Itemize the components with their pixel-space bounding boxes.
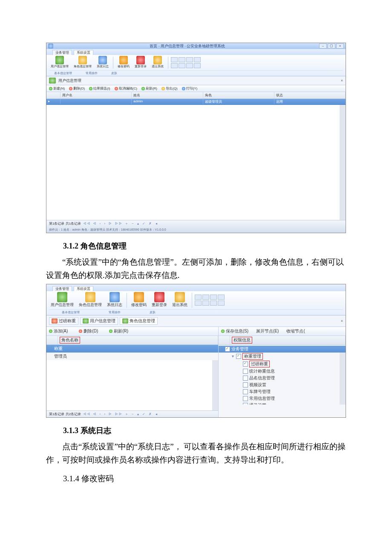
refresh-button[interactable]: 刷新(R) [109, 328, 128, 334]
tree-node-root[interactable]: ▾✓业务管理 [219, 346, 346, 353]
skin-gallery[interactable] [171, 57, 202, 68]
skin-gallery[interactable] [195, 295, 225, 306]
scrollbar[interactable] [340, 105, 346, 220]
pager-text: 第1条记录 共2条记录 [49, 412, 81, 416]
checkbox[interactable] [243, 389, 248, 394]
tree-node[interactable]: 车牌号管理 [220, 388, 344, 395]
save-button[interactable]: 保存信息(S) [221, 328, 248, 334]
checkbox[interactable] [243, 382, 248, 387]
checkbox[interactable] [243, 403, 248, 405]
maximize-button[interactable]: ▢ [328, 43, 335, 49]
add-button[interactable]: 添加(A) [49, 328, 68, 334]
grid-pager: 第1条记录 共2条记录 ᐊᐊ ᐊ ‹ › ᐅ ᐅᐅ ＋ − ▴ ✓ ✗ ◂ [46, 411, 218, 417]
table-row[interactable]: ▸ admin 超级管理员 启用 [46, 99, 346, 105]
roles-icon [122, 318, 128, 324]
heading-312: 3.1.2 角色信息管理 [63, 241, 346, 251]
grid-body [46, 105, 346, 220]
ribbon-group-common: 常用操作 [81, 71, 103, 75]
toolbar-export[interactable]: 导出(Q) [161, 86, 178, 91]
export-icon [161, 87, 165, 90]
tree-node[interactable]: 通讯设置 [220, 402, 344, 405]
window-title: 首页 · 用户信息管理 · 公安业务地磅管理系统 [56, 43, 319, 49]
ribbon-btn-changepw[interactable]: 修改密码 [116, 56, 131, 69]
ribbon-btn-relogin[interactable]: 重新登录 [150, 292, 169, 309]
col-username[interactable]: 用户名 [61, 92, 132, 98]
checkbox[interactable]: ✓ [243, 361, 248, 367]
doctab-userinfo[interactable]: 用户信息管理 [80, 317, 118, 325]
fig-user-info-window: 首页 · 用户信息管理 · 公安业务地磅管理系统 – ▢ × 业务管理 系统设置… [46, 43, 346, 233]
minus-icon [69, 87, 72, 90]
ribbon-btn-changepw[interactable]: 修改密码 [130, 292, 148, 309]
delete-button[interactable]: 删除(D) [79, 328, 98, 334]
cancel-icon [115, 87, 118, 90]
relogin-icon [136, 56, 145, 64]
ribbon-btn-roleinfo[interactable]: 角色信息管理 [72, 56, 93, 69]
ribbon-tab-biz[interactable]: 业务管理 [52, 50, 72, 55]
checkbox[interactable] [243, 369, 248, 374]
ribbon-tab-biz[interactable]: 业务管理 [52, 286, 72, 291]
scrollbar[interactable] [212, 360, 218, 410]
checkbox[interactable] [243, 376, 248, 381]
ribbon-btn-relogin[interactable]: 重新登录 [133, 56, 148, 69]
permission-panel: 保存信息(S) 展开节点(E) 收缩节点( 权限信息 ▾✓业务管理 ▾✓称重管理… [219, 327, 346, 417]
col-name[interactable]: 姓名 [132, 92, 203, 98]
collapse-button[interactable]: 收缩节点( [286, 328, 305, 334]
tree-node[interactable]: ✓过磅称重 [220, 360, 344, 368]
doctab-weigh[interactable]: 过磅称重 [49, 317, 78, 325]
document-tab-label[interactable]: 用户信息管理 [58, 78, 81, 84]
ribbon-btn-exit[interactable]: 退出系统 [150, 56, 165, 69]
document-tabstrip: 过磅称重 用户信息管理 角色信息管理 × [46, 315, 346, 327]
ribbon-btn-roleinfo[interactable]: 角色信息管理 [77, 292, 104, 309]
ribbon-tab-system[interactable]: 系统设置 [74, 50, 93, 55]
pager-nav[interactable]: ᐊᐊ ᐊ ‹ › ᐅ ᐅᐅ ＋ − ▴ ✓ ✗ ◂ [84, 412, 158, 416]
scrollbar[interactable] [340, 353, 346, 405]
tree-node[interactable]: 品名信息管理 [220, 375, 344, 382]
table-row[interactable]: 管理员 [46, 353, 218, 360]
tree-node[interactable]: 统计称重信息 [220, 368, 344, 375]
ribbon-btn-userinfo[interactable]: 用户信息管理 [49, 56, 70, 69]
ribbon-tab-system[interactable]: 系统设置 [74, 286, 93, 291]
toolbar-new[interactable]: 新建(N) [49, 86, 65, 91]
doctab-roleinfo[interactable]: 角色信息管理 [120, 317, 158, 325]
grid-header: 用户名 姓名 角色 状态 [46, 92, 346, 99]
ribbon-group-skin: 皮肤 [106, 71, 122, 75]
pager-nav[interactable]: ᐊᐊ ᐊ ‹ › ᐅ ᐅᐅ ＋ − ▴ ✓ ✗ ◂ [84, 221, 158, 226]
refresh-icon [109, 330, 112, 333]
ribbon-btn-exit[interactable]: 退出系统 [170, 292, 189, 309]
save-icon [221, 330, 225, 333]
tree-node[interactable]: 视频设置 [220, 382, 344, 388]
collapse-icon[interactable]: ▾ [231, 354, 235, 358]
close-button[interactable]: × [336, 43, 344, 49]
users-icon [49, 78, 56, 84]
toolbar-refresh[interactable]: 刷新(R) [141, 86, 157, 91]
col-permission[interactable]: 权限信息 [230, 336, 346, 344]
checkbox[interactable]: ✓ [236, 354, 241, 359]
roles-icon [85, 292, 95, 302]
document-tab-close[interactable]: × [341, 319, 343, 323]
toolbar-delete[interactable]: 删除(D) [69, 86, 85, 91]
pager-text: 第1条记录 共1条记录 [49, 221, 81, 226]
app-icon [48, 43, 53, 49]
col-rolename[interactable]: 角色名称 [58, 336, 218, 344]
ribbon-btn-syslog[interactable]: 系统日志 [95, 56, 110, 69]
toolbar-cancel[interactable]: 取消编辑(C) [115, 86, 137, 91]
col-status[interactable]: 状态 [274, 92, 346, 98]
tree-node[interactable]: ▾✓称重管理 [220, 353, 344, 360]
checkbox[interactable] [243, 396, 248, 401]
minus-icon [79, 330, 82, 333]
collapse-icon[interactable]: ▾ [220, 347, 224, 351]
document-tab-close[interactable]: × [341, 78, 343, 83]
users-icon [57, 292, 67, 302]
ribbon-btn-userinfo[interactable]: 用户信息管理 [49, 292, 75, 309]
ribbon-tabstrip: 业务管理 系统设置 [46, 49, 346, 55]
tree-node[interactable]: 常用信息管理 [220, 395, 344, 402]
checkbox[interactable]: ✓ [225, 347, 230, 352]
minimize-button[interactable]: – [319, 43, 327, 49]
col-role[interactable]: 角色 [203, 92, 274, 98]
table-row[interactable]: 称重 [46, 345, 218, 353]
toolbar-print[interactable]: 打印(Y) [182, 86, 198, 91]
expand-button[interactable]: 展开节点(E) [256, 328, 279, 334]
toolbar-page[interactable]: 结果摘选(I) [89, 86, 110, 91]
heading-313: 3.1.3 系统日志 [63, 425, 346, 436]
ribbon-btn-syslog[interactable]: 系统日志 [105, 292, 124, 309]
